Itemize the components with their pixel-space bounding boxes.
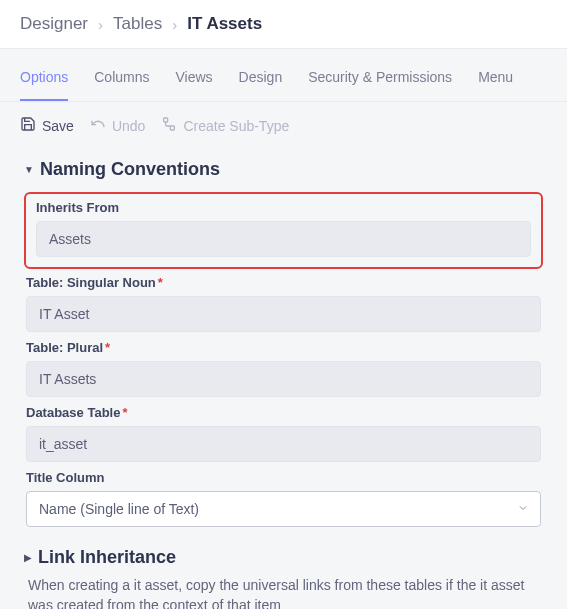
tab-columns[interactable]: Columns: [94, 65, 149, 101]
input-inherits-from[interactable]: [36, 221, 531, 257]
label-database-table: Database Table*: [26, 405, 541, 420]
save-label: Save: [42, 118, 74, 134]
create-subtype-label: Create Sub-Type: [183, 118, 289, 134]
chevron-right-icon: ›: [98, 16, 103, 33]
section-title: Link Inheritance: [38, 547, 176, 568]
label-title-column: Title Column: [26, 470, 541, 485]
undo-icon: [90, 116, 106, 135]
svg-rect-1: [171, 126, 175, 130]
subtype-icon: [161, 116, 177, 135]
tab-options[interactable]: Options: [20, 65, 68, 101]
tab-design[interactable]: Design: [239, 65, 283, 101]
breadcrumb-designer[interactable]: Designer: [20, 14, 88, 34]
chevron-right-icon: ›: [172, 16, 177, 33]
caret-right-icon: ▶: [24, 552, 32, 563]
label-plural: Table: Plural*: [26, 340, 541, 355]
breadcrumb: Designer › Tables › IT Assets: [0, 0, 567, 49]
input-database-table[interactable]: [26, 426, 541, 462]
label-inherits-from: Inherits From: [36, 200, 531, 215]
input-plural[interactable]: [26, 361, 541, 397]
tab-security[interactable]: Security & Permissions: [308, 65, 452, 101]
breadcrumb-current: IT Assets: [187, 14, 262, 34]
breadcrumb-tables[interactable]: Tables: [113, 14, 162, 34]
content-area: ▼ Naming Conventions Inherits From Table…: [0, 159, 567, 609]
input-singular-noun[interactable]: [26, 296, 541, 332]
toolbar: Save Undo Create Sub-Type: [0, 102, 567, 149]
tab-menu[interactable]: Menu: [478, 65, 513, 101]
undo-button[interactable]: Undo: [90, 116, 145, 135]
link-inheritance-description: When creating a it asset, copy the unive…: [28, 576, 543, 609]
section-naming-conventions-header[interactable]: ▼ Naming Conventions: [24, 159, 543, 180]
caret-down-icon: ▼: [24, 164, 34, 175]
tab-bar: Options Columns Views Design Security & …: [0, 65, 567, 102]
svg-rect-0: [164, 118, 168, 122]
section-link-inheritance-header[interactable]: ▶ Link Inheritance: [24, 547, 543, 568]
select-title-column[interactable]: Name (Single line of Text): [26, 491, 541, 527]
highlight-inherits-from: Inherits From: [24, 192, 543, 269]
label-singular-noun: Table: Singular Noun*: [26, 275, 541, 290]
tab-views[interactable]: Views: [176, 65, 213, 101]
create-subtype-button[interactable]: Create Sub-Type: [161, 116, 289, 135]
save-icon: [20, 116, 36, 135]
undo-label: Undo: [112, 118, 145, 134]
save-button[interactable]: Save: [20, 116, 74, 135]
section-title: Naming Conventions: [40, 159, 220, 180]
